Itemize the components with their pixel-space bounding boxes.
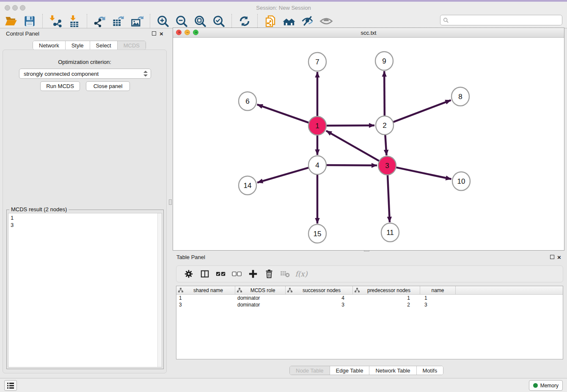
tab-node-table[interactable]: Node Table — [290, 366, 330, 375]
tab-select[interactable]: Select — [90, 41, 118, 50]
export-image-button[interactable] — [130, 14, 144, 28]
vertical-splitter-handle[interactable] — [169, 199, 172, 205]
criterion-dropdown[interactable]: strongly connected component — [19, 69, 151, 79]
import-table-button[interactable] — [67, 14, 81, 28]
delete-columns-button[interactable] — [263, 268, 275, 280]
window-chrome: Session: New Session — [0, 2, 567, 28]
run-mcds-button[interactable]: Run MCDS — [40, 81, 80, 91]
show-hide-eye-button[interactable] — [319, 14, 333, 28]
application-window: Session: New Session — [0, 0, 567, 392]
graph-node-4[interactable]: 4 — [308, 156, 326, 174]
gear-icon — [184, 269, 193, 279]
import-network-button[interactable] — [48, 14, 63, 28]
memory-button[interactable]: Memory — [529, 380, 563, 391]
memory-label: Memory — [540, 383, 559, 389]
table-panel-float-icon[interactable] — [550, 255, 554, 259]
search-icon — [443, 17, 449, 23]
column-header-shared-name[interactable]: shared name — [176, 286, 235, 294]
graph-edge-4-14[interactable] — [257, 168, 309, 183]
mcds-result-textarea[interactable]: 1 3 — [8, 213, 162, 367]
export-network-button[interactable] — [93, 14, 107, 28]
graph-edge-2-9[interactable] — [384, 71, 385, 117]
close-panel-button[interactable]: Close panel — [86, 81, 130, 91]
node-table: shared name MCDS role successor nodes pr… — [176, 286, 563, 359]
mcds-result-group: MCDS result (2 nodes) 1 3 — [6, 210, 164, 369]
graph-edge-3-11[interactable] — [388, 174, 390, 222]
delete-table-icon — [280, 270, 290, 278]
zoom-selected-button[interactable] — [212, 14, 226, 28]
graph-node-label: 8 — [458, 93, 462, 101]
open-session-button[interactable] — [4, 14, 18, 28]
result-line: 1 — [11, 214, 14, 221]
table-panel-close-icon[interactable]: × — [557, 255, 561, 260]
toggle-graphics-details-button[interactable] — [300, 14, 315, 28]
column-header-predecessor-nodes[interactable]: predecessor nodes — [353, 286, 420, 294]
graph-node-14[interactable]: 14 — [239, 176, 256, 195]
main-toolbar — [2, 13, 336, 30]
zoom-fit-icon — [194, 15, 206, 28]
column-header-successor-nodes[interactable]: successor nodes — [286, 286, 353, 294]
graph-edge-2-8[interactable] — [393, 100, 451, 122]
zoom-in-button[interactable] — [156, 14, 170, 28]
tab-network[interactable]: Network — [33, 41, 66, 50]
tab-edge-table[interactable]: Edge Table — [330, 366, 370, 375]
graph-node-15[interactable]: 15 — [308, 224, 326, 243]
function-builder-button[interactable]: f(x) — [295, 268, 308, 280]
save-session-button[interactable] — [22, 14, 37, 28]
zoom-out-button[interactable] — [174, 14, 189, 28]
search-input[interactable] — [451, 17, 559, 24]
table-settings-button[interactable] — [182, 268, 195, 280]
control-panel-float-icon[interactable] — [152, 31, 156, 36]
graph-edge-1-6[interactable] — [257, 105, 309, 123]
graph-node-10[interactable]: 10 — [452, 172, 470, 190]
network-view-window: × − + scc.txt 7968124314101511 — [173, 28, 564, 251]
home-button[interactable] — [282, 14, 296, 28]
hierarchy-icon — [178, 288, 183, 293]
select-all-checkboxes-button[interactable] — [215, 268, 227, 280]
split-panel-button[interactable] — [198, 268, 211, 280]
tab-mcds[interactable]: MCDS — [118, 41, 146, 50]
hierarchy-icon — [237, 288, 242, 293]
refresh-layout-button[interactable] — [237, 14, 252, 28]
tab-style[interactable]: Style — [66, 41, 90, 50]
zoom-fit-button[interactable] — [193, 14, 207, 28]
graph-node-11[interactable]: 11 — [381, 223, 399, 242]
control-panel-close-icon[interactable]: × — [160, 31, 163, 36]
column-header-name[interactable]: name — [420, 286, 456, 294]
clone-network-button[interactable] — [263, 14, 278, 28]
graph-node-label: 3 — [385, 162, 389, 170]
graph-edge-3-10[interactable] — [396, 167, 451, 179]
network-canvas[interactable]: 7968124314101511 — [173, 38, 564, 250]
add-column-button[interactable] — [247, 268, 259, 280]
graph-edge-4-3[interactable] — [326, 165, 377, 166]
graph-node-2[interactable]: 2 — [376, 116, 394, 135]
graph-node-7[interactable]: 7 — [308, 52, 326, 71]
graph-edge-3-1[interactable] — [326, 131, 380, 161]
clone-network-icon — [264, 15, 277, 28]
tab-network-table[interactable]: Network Table — [369, 366, 416, 375]
cell-predecessor-nodes: 2 — [353, 302, 420, 308]
deselect-checkboxes-button[interactable] — [231, 268, 243, 280]
graph-node-6[interactable]: 6 — [239, 92, 256, 110]
graph-node-3[interactable]: 3 — [378, 156, 396, 175]
result-scrollbar[interactable] — [157, 213, 162, 367]
graph-edge-2-3[interactable] — [385, 134, 386, 155]
graph-node-9[interactable]: 9 — [375, 52, 393, 70]
network-window-titlebar[interactable]: × − + scc.txt — [173, 28, 564, 38]
graph-node-1[interactable]: 1 — [308, 116, 326, 135]
graph-edge-1-2[interactable] — [326, 125, 374, 126]
tab-motifs[interactable]: Motifs — [417, 366, 443, 375]
mcds-result-title: MCDS result (2 nodes) — [9, 206, 69, 213]
graph-node-8[interactable]: 8 — [451, 87, 469, 106]
table-row[interactable]: 3 dominator 3 2 3 — [176, 301, 563, 308]
table-panel-title: Table Panel — [176, 254, 205, 260]
table-row[interactable]: 1 dominator 4 1 1 — [176, 295, 563, 301]
cell-shared-name: 3 — [176, 302, 235, 308]
export-table-button[interactable] — [111, 14, 126, 28]
column-header-mcds-role[interactable]: MCDS role — [235, 286, 286, 294]
delete-table-button[interactable] — [279, 268, 292, 280]
search-box[interactable] — [440, 15, 562, 25]
task-history-button[interactable] — [4, 380, 17, 391]
cell-successor-nodes: 4 — [286, 295, 353, 301]
hierarchy-icon — [355, 288, 360, 293]
